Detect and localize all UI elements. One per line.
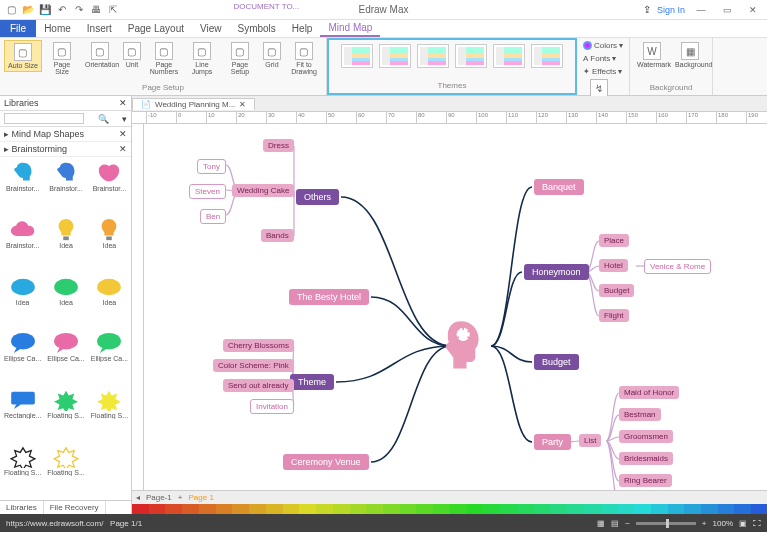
ribbon-grid[interactable]: ▢Grid xyxy=(260,40,284,70)
node-bestman[interactable]: Bestman xyxy=(619,408,661,421)
shape-burst2-15[interactable]: Floating S... xyxy=(2,443,43,498)
page-add-icon[interactable]: + xyxy=(178,493,183,502)
side-tab-libraries[interactable]: Libraries xyxy=(0,501,44,514)
node-dress[interactable]: Dress xyxy=(263,139,294,152)
node-honeymoon[interactable]: Honeymoon xyxy=(524,264,589,280)
palette-color[interactable] xyxy=(416,504,433,514)
node-the-besty-hotel[interactable]: The Besty Hotel xyxy=(289,289,369,305)
palette-color[interactable] xyxy=(517,504,534,514)
ribbon-unit[interactable]: ▢Unit xyxy=(120,40,144,70)
shape-speech-11[interactable]: Ellipse Ca... xyxy=(89,329,130,384)
shape-burst-14[interactable]: Floating S... xyxy=(89,386,130,441)
shape-rect-12[interactable]: Rectangle... xyxy=(2,386,43,441)
palette-color[interactable] xyxy=(400,504,417,514)
palette-color[interactable] xyxy=(165,504,182,514)
color-palette[interactable] xyxy=(132,504,767,514)
background-button[interactable]: ▦Background xyxy=(672,40,708,70)
palette-color[interactable] xyxy=(467,504,484,514)
ribbon-fit-to-drawing[interactable]: ▢Fit to Drawing xyxy=(286,40,322,77)
ribbon-line-jumps[interactable]: ▢Line Jumps xyxy=(184,40,220,77)
node-budget[interactable]: Budget xyxy=(534,354,579,370)
side-tab-file-recovery[interactable]: File Recovery xyxy=(44,501,106,514)
node-place[interactable]: Place xyxy=(599,234,629,247)
node-steven[interactable]: Steven xyxy=(189,184,226,199)
ribbon-page-numbers[interactable]: ▢Page Numbers xyxy=(146,40,182,77)
section-mind-map-shapes[interactable]: ▸ Mind Map Shapes✕ xyxy=(0,127,131,142)
node-invitation[interactable]: Invitation xyxy=(250,399,294,414)
node-cherry-blossoms[interactable]: Cherry Blossoms xyxy=(223,339,294,352)
tab-mind-map[interactable]: Mind Map xyxy=(320,20,380,37)
palette-color[interactable] xyxy=(734,504,751,514)
fit-page-icon[interactable]: ▣ xyxy=(739,519,747,528)
qat-undo-icon[interactable]: ↶ xyxy=(55,3,69,17)
palette-color[interactable] xyxy=(383,504,400,514)
zoom-out-icon[interactable]: − xyxy=(625,519,630,528)
section-brainstorming[interactable]: ▸ Brainstorming✕ xyxy=(0,142,131,157)
theme-swatch-0[interactable] xyxy=(341,44,373,68)
palette-color[interactable] xyxy=(333,504,350,514)
libraries-close-icon[interactable]: ✕ xyxy=(119,98,127,108)
palette-color[interactable] xyxy=(266,504,283,514)
palette-color[interactable] xyxy=(701,504,718,514)
shape-burst-13[interactable]: Floating S... xyxy=(45,386,86,441)
palette-color[interactable] xyxy=(182,504,199,514)
node-budget[interactable]: Budget xyxy=(599,284,634,297)
node-groomsmen[interactable]: Groomsmen xyxy=(619,430,673,443)
tab-symbols[interactable]: Symbols xyxy=(230,20,284,37)
section-close-icon[interactable]: ✕ xyxy=(119,129,127,139)
shape-head-0[interactable]: Brainstor... xyxy=(2,159,43,214)
palette-color[interactable] xyxy=(617,504,634,514)
shape-cloud-3[interactable]: Brainstor... xyxy=(2,216,43,271)
node-list[interactable]: List xyxy=(579,434,601,447)
page-prev-icon[interactable]: ◂ xyxy=(136,493,140,502)
share-icon[interactable]: ⇪ xyxy=(643,4,651,15)
node-flight[interactable]: Flight xyxy=(599,309,629,322)
search-icon[interactable]: 🔍 xyxy=(98,114,109,124)
node-venice-rome[interactable]: Venice & Rome xyxy=(644,259,711,274)
tab-close-icon[interactable]: ✕ xyxy=(239,100,246,109)
palette-color[interactable] xyxy=(651,504,668,514)
palette-color[interactable] xyxy=(483,504,500,514)
canvas[interactable]: OthersThe Besty HotelThemeCeremony Venue… xyxy=(144,124,767,490)
tab-page-layout[interactable]: Page Layout xyxy=(120,20,192,37)
node-ring-bearer[interactable]: Ring Bearer xyxy=(619,474,672,487)
palette-color[interactable] xyxy=(232,504,249,514)
fullscreen-icon[interactable]: ⛶ xyxy=(753,519,761,528)
watermark-button[interactable]: WWatermark xyxy=(634,40,670,70)
ribbon-auto-size[interactable]: ▢Auto Size xyxy=(4,40,42,72)
node-tony[interactable]: Tony xyxy=(197,159,226,174)
node-maid-of-honor[interactable]: Maid of Honor xyxy=(619,386,679,399)
ribbon-page-size[interactable]: ▢Page Size xyxy=(44,40,80,77)
zoom-slider[interactable] xyxy=(636,522,696,525)
palette-color[interactable] xyxy=(132,504,149,514)
palette-color[interactable] xyxy=(316,504,333,514)
shape-blob-7[interactable]: Idea xyxy=(45,273,86,328)
palette-color[interactable] xyxy=(450,504,467,514)
node-bridesmaids[interactable]: Bridesmaids xyxy=(619,452,673,465)
shape-head-1[interactable]: Brainstor... xyxy=(45,159,86,214)
effects-dropdown[interactable]: ✦Effects▾ xyxy=(581,66,624,77)
palette-color[interactable] xyxy=(149,504,166,514)
sign-in-link[interactable]: Sign In xyxy=(657,5,685,15)
view-normal-icon[interactable]: ▦ xyxy=(597,519,605,528)
node-bands[interactable]: Bands xyxy=(261,229,294,242)
palette-color[interactable] xyxy=(249,504,266,514)
theme-swatch-2[interactable] xyxy=(417,44,449,68)
shape-blob-6[interactable]: Idea xyxy=(2,273,43,328)
palette-color[interactable] xyxy=(751,504,767,514)
palette-color[interactable] xyxy=(550,504,567,514)
shape-speech-10[interactable]: Ellipse Ca... xyxy=(45,329,86,384)
node-ben[interactable]: Ben xyxy=(200,209,226,224)
palette-color[interactable] xyxy=(366,504,383,514)
tab-home[interactable]: Home xyxy=(36,20,79,37)
mindmap-center-icon[interactable] xyxy=(439,319,483,373)
section-close-icon[interactable]: ✕ xyxy=(119,144,127,154)
view-outline-icon[interactable]: ▤ xyxy=(611,519,619,528)
qat-open-icon[interactable]: 📂 xyxy=(21,3,35,17)
qat-save-icon[interactable]: 💾 xyxy=(38,3,52,17)
add-library-icon[interactable]: ▾ xyxy=(122,114,127,124)
file-tab[interactable]: File xyxy=(0,20,36,37)
ribbon-page-setup[interactable]: ▢Page Setup xyxy=(222,40,258,77)
qat-export-icon[interactable]: ⇱ xyxy=(106,3,120,17)
shape-blob-8[interactable]: Idea xyxy=(89,273,130,328)
